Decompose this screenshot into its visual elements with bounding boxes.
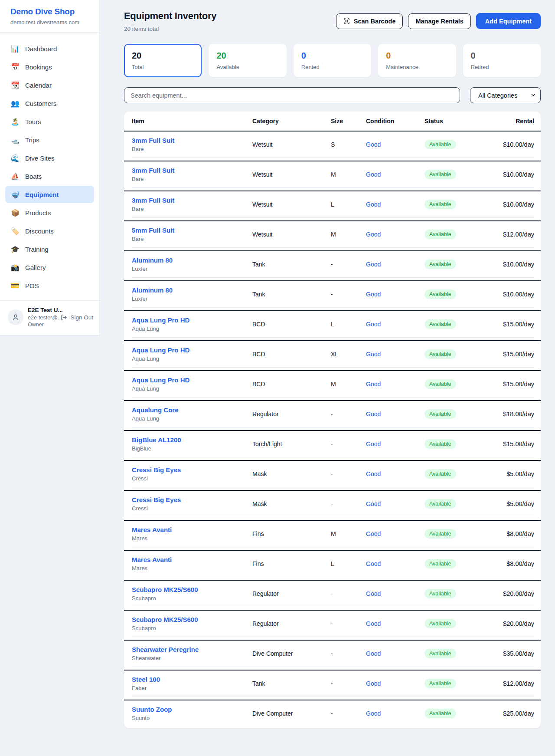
condition-link[interactable]: Good [366, 440, 381, 447]
condition-link[interactable]: Good [366, 351, 381, 358]
nav-item-label: Dive Sites [25, 154, 55, 162]
stat-card[interactable]: 0 Rented [294, 44, 371, 77]
stat-card[interactable]: 20 Total [124, 44, 202, 77]
item-name-link[interactable]: Scubapro MK25/S600 [132, 616, 252, 623]
item-name-link[interactable]: 3mm Full Suit [132, 167, 252, 174]
item-name-link[interactable]: Mares Avanti [132, 526, 252, 533]
table-row[interactable]: Cressi Big Eyes Cressi Mask - Good Avail… [124, 461, 541, 491]
table-row[interactable]: Steel 100 Faber Tank - Good Available $1… [124, 671, 541, 700]
item-name-link[interactable]: BigBlue AL1200 [132, 436, 252, 444]
sidebar-nav-item[interactable]: 🌊 Dive Sites [5, 149, 94, 167]
table-row-grid: Steel 100 Faber Tank - Good Available $1… [132, 671, 534, 697]
category-select-wrap: All Categories [470, 87, 541, 103]
item-name-link[interactable]: Cressi Big Eyes [132, 466, 252, 473]
item-name-link[interactable]: Aluminum 80 [132, 286, 252, 294]
table-row[interactable]: Mares Avanti Mares Fins L Good Available… [124, 551, 541, 581]
condition-link[interactable]: Good [366, 411, 381, 417]
table-row[interactable]: Aluminum 80 Luxfer Tank - Good Available… [124, 281, 541, 311]
nav-item-label: Calendar [25, 82, 52, 89]
item-name-link[interactable]: Cressi Big Eyes [132, 496, 252, 503]
rental-price: $10.00/day [494, 261, 534, 268]
item-name-link[interactable]: Suunto Zoop [132, 706, 252, 713]
item-name-link[interactable]: 5mm Full Suit [132, 227, 252, 234]
table-row[interactable]: 3mm Full Suit Bare Wetsuit S Good Availa… [124, 131, 541, 161]
condition-link[interactable]: Good [366, 291, 381, 298]
condition-link[interactable]: Good [366, 710, 381, 717]
condition-link[interactable]: Good [366, 650, 381, 657]
table-row[interactable]: 3mm Full Suit Bare Wetsuit L Good Availa… [124, 191, 541, 221]
table-row[interactable]: Aluminum 80 Luxfer Tank - Good Available… [124, 251, 541, 281]
sidebar-nav-item[interactable]: 👥 Customers [5, 95, 94, 112]
sidebar-nav-item[interactable]: 🏝️ Tours [5, 113, 94, 130]
sidebar-nav-item[interactable]: 📆 Calendar [5, 76, 94, 94]
item-name-link[interactable]: Aqua Lung Pro HD [132, 376, 252, 384]
condition-link[interactable]: Good [366, 231, 381, 238]
sidebar-nav-item[interactable]: 🏷️ Discounts [5, 222, 94, 240]
table-row[interactable]: Aqualung Core Aqua Lung Regulator - Good… [124, 401, 541, 431]
item-name-link[interactable]: 3mm Full Suit [132, 137, 252, 144]
scan-barcode-button[interactable]: Scan Barcode [336, 13, 403, 29]
table-row[interactable]: BigBlue AL1200 BigBlue Torch/Light - Goo… [124, 431, 541, 461]
condition-link[interactable]: Good [366, 530, 381, 537]
table-row[interactable]: Shearwater Peregrine Shearwater Dive Com… [124, 641, 541, 671]
condition-link[interactable]: Good [366, 141, 381, 148]
table-row[interactable]: Aqua Lung Pro HD Aqua Lung BCD M Good Av… [124, 371, 541, 401]
table-row[interactable]: Scubapro MK25/S600 Scubapro Regulator - … [124, 611, 541, 641]
item-name-link[interactable]: Mares Avanti [132, 556, 252, 563]
item-name-link[interactable]: Aqua Lung Pro HD [132, 316, 252, 324]
add-equipment-button[interactable]: Add Equipment [476, 13, 541, 29]
item-name-link[interactable]: Aluminum 80 [132, 256, 252, 264]
item-name-link[interactable]: Aqualung Core [132, 406, 252, 414]
sidebar-nav-item[interactable]: 🤿 Equipment [5, 186, 94, 203]
table-row[interactable]: Aqua Lung Pro HD Aqua Lung BCD L Good Av… [124, 311, 541, 341]
sidebar-nav-item[interactable]: ⛵ Boats [5, 168, 94, 185]
sidebar-nav-item[interactable]: 💳 POS [5, 277, 94, 294]
sidebar-nav-item[interactable]: 📊 Dashboard [5, 40, 94, 57]
search-input[interactable] [124, 87, 460, 103]
condition-link[interactable]: Good [366, 560, 381, 567]
table-row[interactable]: 5mm Full Suit Bare Wetsuit M Good Availa… [124, 221, 541, 251]
item-cell: Cressi Big Eyes Cressi [132, 496, 252, 512]
nav-item-label: POS [25, 282, 39, 289]
table-row[interactable]: Scubapro MK25/S600 Scubapro Regulator - … [124, 581, 541, 611]
condition-link[interactable]: Good [366, 500, 381, 507]
condition-link[interactable]: Good [366, 590, 381, 597]
table-row[interactable]: Mares Avanti Mares Fins M Good Available… [124, 521, 541, 551]
manage-rentals-button[interactable]: Manage Rentals [408, 13, 470, 29]
condition-link[interactable]: Good [366, 261, 381, 268]
item-name-link[interactable]: Steel 100 [132, 676, 252, 683]
category-select[interactable]: All Categories [470, 87, 541, 103]
brand-header[interactable]: Demo Dive Shop demo.test.divestreams.com [0, 0, 99, 33]
size-cell: - [331, 680, 366, 687]
sidebar-nav-item[interactable]: 📅 Bookings [5, 58, 94, 76]
category-cell: Mask [252, 470, 331, 477]
condition-link[interactable]: Good [366, 321, 381, 328]
condition-link[interactable]: Good [366, 171, 381, 178]
stat-card[interactable]: 20 Available [209, 44, 286, 77]
sidebar-nav-item[interactable]: 📸 Gallery [5, 259, 94, 276]
condition-link[interactable]: Good [366, 470, 381, 477]
category-cell: BCD [252, 321, 331, 328]
shop-name[interactable]: Demo Dive Shop [10, 7, 89, 16]
condition-link[interactable]: Good [366, 620, 381, 627]
item-name-link[interactable]: Aqua Lung Pro HD [132, 346, 252, 354]
item-cell: Shearwater Peregrine Shearwater [132, 646, 252, 661]
sidebar-nav-item[interactable]: 🎓 Training [5, 240, 94, 258]
table-row[interactable]: Aqua Lung Pro HD Aqua Lung BCD XL Good A… [124, 341, 541, 371]
table-row[interactable]: Suunto Zoop Suunto Dive Computer - Good … [124, 700, 541, 728]
condition-link[interactable]: Good [366, 381, 381, 388]
item-cell: Steel 100 Faber [132, 676, 252, 691]
condition-link[interactable]: Good [366, 201, 381, 208]
table-row[interactable]: 3mm Full Suit Bare Wetsuit M Good Availa… [124, 161, 541, 191]
stat-card[interactable]: 0 Retired [463, 44, 541, 77]
table-row-grid: Scubapro MK25/S600 Scubapro Regulator - … [132, 611, 534, 637]
stat-card[interactable]: 0 Maintenance [378, 44, 456, 77]
condition-link[interactable]: Good [366, 680, 381, 687]
sign-out-button[interactable]: Sign Out [61, 314, 93, 321]
item-name-link[interactable]: Shearwater Peregrine [132, 646, 252, 653]
item-name-link[interactable]: Scubapro MK25/S600 [132, 586, 252, 593]
table-row[interactable]: Cressi Big Eyes Cressi Mask - Good Avail… [124, 491, 541, 521]
item-name-link[interactable]: 3mm Full Suit [132, 197, 252, 204]
sidebar-nav-item[interactable]: 🛥️ Trips [5, 131, 94, 148]
sidebar-nav-item[interactable]: 📦 Products [5, 204, 94, 221]
